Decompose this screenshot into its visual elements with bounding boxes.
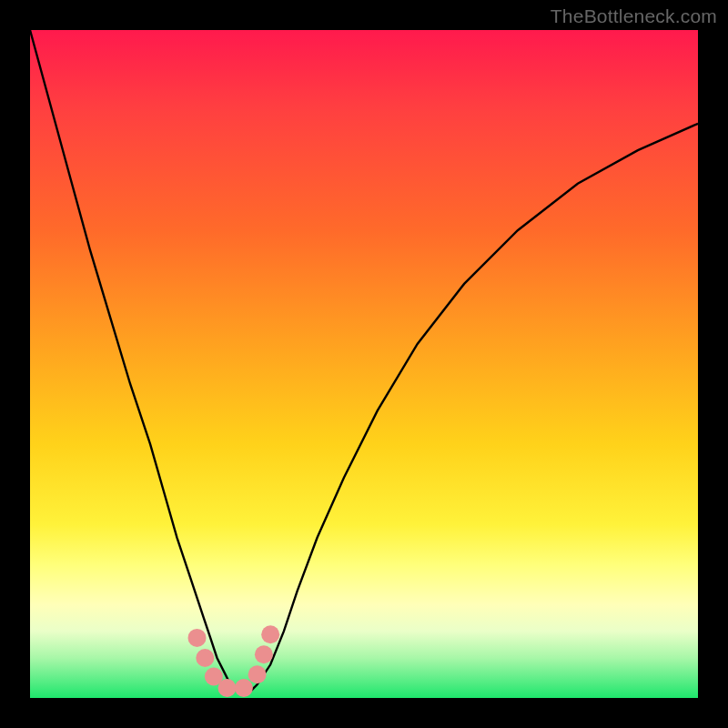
bottleneck-curve <box>30 30 698 692</box>
curve-marker <box>218 679 237 697</box>
curve-layer <box>30 30 698 698</box>
curve-marker <box>196 649 214 667</box>
curve-markers <box>188 625 280 697</box>
curve-marker <box>248 665 267 683</box>
plot-area <box>30 30 698 698</box>
curve-marker <box>235 679 253 697</box>
curve-marker <box>188 629 207 647</box>
curve-marker <box>255 645 273 663</box>
curve-marker <box>261 625 279 643</box>
watermark-text: TheBottleneck.com <box>551 5 717 27</box>
chart-frame: TheBottleneck.com <box>0 0 728 728</box>
